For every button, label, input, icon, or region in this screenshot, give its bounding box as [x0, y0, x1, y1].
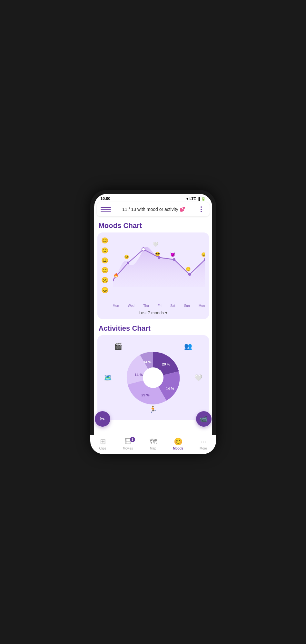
wifi-icon: ▾ — [186, 197, 188, 201]
activity-icon-map: 🗺️ — [104, 374, 112, 382]
mood-label-5: 😊 — [101, 238, 108, 243]
pie-center — [143, 367, 163, 388]
nav-item-more[interactable]: ··· More — [194, 438, 212, 450]
moods-label: Moods — [173, 447, 183, 450]
mood-label-2: 😐 — [101, 267, 108, 273]
nav-item-movies[interactable]: 🎞 1 Movies — [118, 438, 138, 450]
moods-chart-title: Moods Chart — [99, 222, 209, 230]
activity-icon-people: 👥 — [184, 342, 192, 350]
top-bar: 11 / 13 with mood or activity 💕 — [97, 202, 210, 216]
day-wed: Wed — [128, 304, 134, 308]
pie-label-4: 14 % — [134, 373, 143, 377]
more-label: More — [200, 447, 207, 450]
day-sat: Sat — [170, 304, 175, 308]
day-thu: Thu — [143, 304, 149, 308]
data-point-4 — [173, 258, 175, 261]
fab-video-button[interactable]: 📹 — [196, 411, 212, 427]
chart-emoji-3: 😊 — [201, 252, 205, 257]
bottom-nav: ⊞ Clips 🎞 1 Movies 🗺 Map 😊 Moods ··· Mor… — [94, 435, 212, 450]
day-mon-2: Mon — [199, 304, 205, 308]
clips-icon: ⊞ — [100, 438, 106, 446]
pie-label-3: 29 % — [141, 393, 149, 397]
activity-icon-movies: 🎬 — [114, 342, 122, 350]
hamburger-button[interactable] — [101, 204, 111, 214]
signal-label: LTE — [190, 197, 196, 201]
filter-label: Last 7 moods — [139, 310, 164, 315]
phone-screen: 10:00 ▾ LTE ▐ 🔋 11 / 13 with mood or act… — [94, 194, 212, 450]
activities-chart-title: Activities Chart — [99, 324, 209, 333]
day-fri: Fri — [158, 304, 162, 308]
nav-item-map[interactable]: 🗺 Map — [143, 438, 163, 450]
nav-item-clips[interactable]: ⊞ Clips — [94, 438, 113, 450]
chart-emoji-5: 🔥 — [114, 273, 119, 278]
map-icon: 🗺 — [150, 438, 157, 446]
pie-label-1: 29 % — [162, 362, 170, 366]
scroll-content: Moods Chart 😊 🙂 😐 😐 ☹️ 😞 — [94, 218, 212, 450]
fab-scissors-button[interactable]: ✂ — [95, 411, 110, 427]
scissors-icon: ✂ — [100, 415, 105, 423]
page-title: 11 / 13 with mood or activity 💕 — [111, 207, 197, 212]
day-mon-1: Mon — [113, 304, 119, 308]
video-icon: 📹 — [200, 415, 208, 423]
status-time: 10:00 — [101, 196, 111, 201]
chart-emoji-4: 😐 — [124, 254, 129, 260]
moods-chart-area: 😊 🙂 😐 😐 ☹️ 😞 — [101, 236, 205, 301]
pie-chart-svg: 29 % 14 % 29 % 14 % 14 % — [121, 346, 185, 410]
filter-row: Last 7 moods ▾ — [101, 310, 205, 315]
phone-frame: 10:00 ▾ LTE ▐ 🔋 11 / 13 with mood or act… — [90, 190, 216, 454]
status-bar: 10:00 ▾ LTE ▐ 🔋 — [94, 194, 212, 202]
nav-item-moods[interactable]: 😊 Moods — [169, 438, 188, 450]
activities-chart-card: 🎬 👥 🗺️ 🤍 🏃 — [97, 335, 209, 420]
mood-label-0: 😞 — [101, 287, 108, 293]
pie-label-5: 14 % — [143, 360, 151, 364]
data-point-2 — [142, 248, 145, 251]
movies-badge: 1 — [130, 437, 135, 442]
mood-label-1: ☹️ — [101, 277, 108, 283]
movies-label: Movies — [123, 447, 133, 450]
filter-button[interactable]: Last 7 moods ▾ — [139, 310, 167, 315]
moods-chart-card: 😊 🙂 😐 😐 ☹️ 😞 — [97, 232, 209, 319]
line-chart-svg: 🤍 😎 😈 😌 😊 😐 🔥 — [113, 236, 205, 294]
signal-bars-icon: ▐ — [197, 197, 200, 201]
data-point-3 — [157, 256, 160, 259]
activity-icon-run: 🏃 — [149, 405, 157, 413]
chart-emoji-1: 😈 — [170, 252, 175, 257]
status-icons: ▾ LTE ▐ 🔋 — [186, 197, 206, 201]
chart-emoji-2: 😌 — [186, 267, 191, 272]
moods-icon: 😊 — [174, 438, 183, 446]
data-point-5 — [188, 273, 191, 276]
more-icon: ··· — [200, 438, 206, 446]
line-chart: 🤍 😎 😈 😌 😊 😐 🔥 — [113, 236, 205, 294]
more-options-button[interactable] — [197, 205, 206, 214]
day-sun: Sun — [184, 304, 190, 308]
day-labels: Mon Wed Thu Fri Sat Sun Mon — [101, 303, 205, 308]
mood-label-4: 🙂 — [101, 248, 108, 253]
battery-icon: 🔋 — [201, 197, 206, 201]
chart-emoji-top: 🤍 — [153, 241, 159, 247]
mood-y-axis: 😊 🙂 😐 😐 ☹️ 😞 — [101, 236, 108, 294]
mood-label-3: 😐 — [101, 258, 108, 263]
map-label: Map — [150, 447, 156, 450]
chart-emoji-0: 😎 — [155, 251, 160, 257]
pie-label-2: 14 % — [166, 387, 174, 391]
chevron-down-icon: ▾ — [165, 310, 167, 315]
activity-icon-love: 🤍 — [194, 374, 202, 382]
data-point-1 — [126, 261, 129, 264]
pie-chart-wrap: 🎬 👥 🗺️ 🤍 🏃 — [101, 339, 205, 416]
clips-label: Clips — [99, 447, 106, 450]
